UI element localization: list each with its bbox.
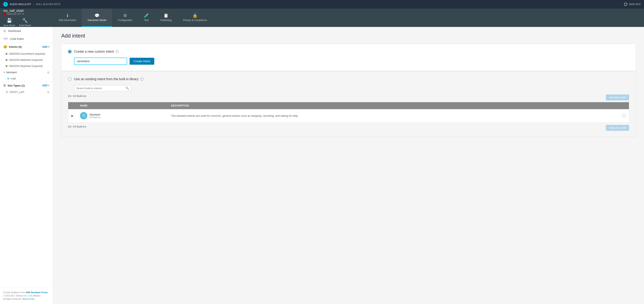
row-name-cell: S Standard 24 Built-ins <box>77 109 168 122</box>
sidebar-footer: Provide feedback on the ASK Developer Fo… <box>0 288 53 304</box>
add-intent-button[interactable]: ADD + <box>42 46 50 48</box>
chevron-down-icon: ▼ <box>3 71 5 74</box>
standard-name-group: Standard 24 Built-ins <box>90 113 100 118</box>
intent-bullet <box>6 53 7 55</box>
top-bar-right[interactable]: SIGN OUT <box>624 3 641 6</box>
library-section-title: Use an existing intent from the built-in… <box>74 77 144 81</box>
code-icon: </> <box>3 37 8 40</box>
app-name: ALEXA SKILLS KIT <box>10 3 31 6</box>
col-description: DESCRIPTION <box>168 102 619 109</box>
sidebar-item-cancel-intent[interactable]: AMAZON.CancelIntent (required) <box>0 51 53 57</box>
table-row[interactable]: ▶ S Standard 24 Built-ins <box>68 109 629 122</box>
slot-dot-icon <box>7 78 9 79</box>
config-icon: ⚙ <box>123 14 127 18</box>
tab-interaction-model[interactable]: 💬 Interaction Model <box>82 8 112 27</box>
create-radio[interactable] <box>68 50 72 54</box>
library-help-icon[interactable]: ? <box>140 78 144 81</box>
built-ins-header-row: 24 / 24 Built-ins Add all to Skill <box>68 94 629 100</box>
save-model-btn[interactable]: 💾 Save Model <box>3 18 15 26</box>
lang-chevron: ▼ <box>22 13 24 15</box>
slot-types-section-header: ☰ Slot Types (1) ADD + <box>0 82 53 89</box>
top-divider: | <box>33 3 34 6</box>
row-checkbox-cell[interactable] <box>619 109 629 122</box>
add-all-button-bottom[interactable]: Add all to Skill <box>606 125 629 131</box>
table-header-row: NAME DESCRIPTION <box>68 102 629 109</box>
ask-forum-link[interactable]: ASK Developer Forum <box>26 291 48 294</box>
build-model-btn[interactable]: 🔧 Build Model <box>19 18 31 26</box>
beta-label: SKILL BUILDER BETA <box>36 3 60 6</box>
intent-name-input[interactable] <box>74 58 127 65</box>
save-icon: 💾 <box>6 18 12 23</box>
page-title: Add intent <box>61 33 636 39</box>
standard-count: 24 Built-ins <box>90 116 100 118</box>
intents-section-header: 😊 Intents (4) ADD + <box>0 43 53 51</box>
tab-skill-information[interactable]: ℹ Skill Information <box>53 8 82 27</box>
intent-icon: 😊 <box>3 45 7 49</box>
tab-configuration[interactable]: ⚙ Configuration <box>112 8 138 27</box>
intent-table: NAME DESCRIPTION ▶ S <box>68 102 629 122</box>
tab-publishing[interactable]: 📋 Publishing <box>155 8 177 27</box>
add-slot-type-button[interactable]: ADD + <box>42 84 50 87</box>
bottom-bar: 24 / 24 Built-ins Add all to Skill <box>68 125 629 131</box>
info-icon: ℹ <box>67 14 68 18</box>
table-body: ▶ S Standard 24 Built-ins <box>68 109 629 122</box>
create-intent-card: Create a new custom intent ? Create Inte… <box>61 44 636 71</box>
main-layout: ⊙ Dashboard </> Code Editor 😊 Intents (4… <box>0 27 644 304</box>
dashboard-icon: ⊙ <box>3 29 6 33</box>
create-intent-row: Create Intent <box>74 58 629 65</box>
trash-icon[interactable]: 🗑 <box>47 71 50 74</box>
create-intent-button[interactable]: Create Intent <box>130 58 154 65</box>
intent-bullet <box>6 59 7 61</box>
slot-types-icon: ☰ <box>3 84 6 87</box>
create-help-icon[interactable]: ? <box>116 50 119 53</box>
chat-icon: 💬 <box>94 14 100 18</box>
standard-name: Standard <box>90 113 100 116</box>
built-ins-count: 24 / 24 Built-ins <box>68 94 86 98</box>
alexa-logo: A <box>3 2 8 6</box>
slot-types-label: Slot Types (1) <box>8 84 25 87</box>
table-header: NAME DESCRIPTION <box>68 102 629 109</box>
publish-icon: 📋 <box>164 14 168 18</box>
top-bar-left: A ALEXA SKILLS KIT | SKILL BUILDER BETA <box>3 2 60 6</box>
standard-name-cell: S Standard 24 Built-ins <box>80 112 164 119</box>
sidebar-item-dashboard[interactable]: ⊙ Dashboard <box>0 27 53 35</box>
tab-test[interactable]: 🧪 Test <box>138 8 155 27</box>
terms-of-use-link[interactable]: Terms of Use <box>22 298 34 300</box>
sidebar-item-stop-intent[interactable]: AMAZON.StopIntent (required) <box>0 63 53 69</box>
skill-language[interactable]: Japanese (JP) ▼ <box>3 13 50 15</box>
col-expand <box>68 102 77 109</box>
test-icon: 🧪 <box>144 14 149 18</box>
main-content: Add intent Create a new custom intent ? … <box>53 27 644 304</box>
library-section-header: Use an existing intent from the built-in… <box>68 77 629 81</box>
sidebar: ⊙ Dashboard </> Code Editor 😊 Intents (4… <box>0 27 53 304</box>
sidebar-item-btc-intent[interactable]: ▼ btcIntent 🗑 <box>0 69 53 76</box>
sidebar-item-crypt-list[interactable]: ☰ CRYPT_LIST 🗑 <box>0 89 53 95</box>
nav-tabs: ℹ Skill Information 💬 Interaction Model … <box>53 8 644 27</box>
create-section-header: Create a new custom intent ? <box>68 50 629 54</box>
intent-bullet <box>6 65 7 67</box>
bottom-built-ins-count: 24 / 24 Built-ins <box>68 125 86 128</box>
standard-icon: S <box>80 112 87 119</box>
col-name: NAME <box>77 102 168 109</box>
row-checkbox[interactable] <box>622 114 626 117</box>
power-icon <box>624 3 627 6</box>
search-input[interactable] <box>76 87 126 90</box>
library-radio[interactable] <box>68 77 72 81</box>
crypt-trash-icon[interactable]: 🗑 <box>47 91 50 94</box>
create-intent-section: Create a new custom intent ? Create Inte… <box>62 44 636 71</box>
sidebar-item-crypt-slot[interactable]: crypt <box>0 76 53 82</box>
tab-privacy-compliance[interactable]: 🔒 Privacy & Compliance <box>177 8 213 27</box>
add-all-button-top[interactable]: Add all to Skill <box>606 94 629 100</box>
sign-out-button[interactable]: SIGN OUT <box>629 3 641 6</box>
intents-label: Intents (4) <box>9 45 22 48</box>
row-expand-icon[interactable]: ▶ <box>68 109 77 122</box>
build-icon: 🔧 <box>22 18 28 23</box>
row-description-cell: The standard intents are used for common… <box>168 109 619 122</box>
skill-name: my_zaif_chart <box>3 9 50 13</box>
sidebar-item-help-intent[interactable]: AMAZON.HelpIntent (required) <box>0 57 53 63</box>
search-box[interactable]: 🔍 <box>74 85 131 91</box>
sidebar-item-code-editor[interactable]: </> Code Editor <box>0 35 53 43</box>
search-icon: 🔍 <box>126 86 129 90</box>
col-checkbox <box>619 102 629 109</box>
library-section: Use an existing intent from the built-in… <box>62 72 636 137</box>
